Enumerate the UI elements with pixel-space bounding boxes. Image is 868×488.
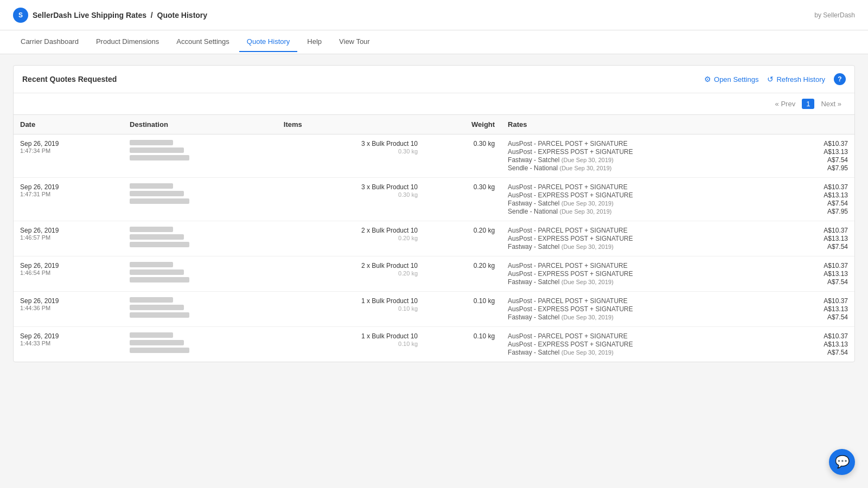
rate-name: AusPost - PARCEL POST + SIGNATURE (508, 297, 628, 305)
col-rates: Rates (501, 115, 854, 134)
rate-row: Fastway - Satchel (Due Sep 30, 2019)A$7.… (508, 200, 848, 207)
rate-price: A$7.54 (827, 243, 848, 251)
rate-name: AusPost - EXPRESS POST + SIGNATURE (508, 341, 633, 348)
rate-name: Fastway - Satchel (Due Sep 30, 2019) (508, 278, 614, 286)
rate-row: AusPost - PARCEL POST + SIGNATUREA$10.37 (508, 140, 848, 147)
rate-row: AusPost - PARCEL POST + SIGNATUREA$10.37 (508, 227, 848, 234)
next-button[interactable]: Next » (816, 98, 846, 110)
rate-price: A$7.54 (827, 313, 848, 321)
rate-name: AusPost - EXPRESS POST + SIGNATURE (508, 191, 633, 199)
prev-button[interactable]: « Prev (771, 98, 800, 110)
nav-item-help[interactable]: Help (299, 32, 329, 52)
rate-price: A$13.13 (824, 341, 848, 348)
rate-row: AusPost - EXPRESS POST + SIGNATUREA$13.1… (508, 235, 848, 242)
table-row: Sep 26, 20191:47:34 PM 3 x Bulk Product … (14, 134, 854, 178)
rate-price: A$13.13 (824, 148, 848, 156)
rate-price: A$7.95 (827, 164, 848, 172)
rate-name: Fastway - Satchel (Due Sep 30, 2019) (508, 313, 614, 321)
weight-cell: 0.20 kg (424, 221, 501, 256)
main-nav: Carrier Dashboard Product Dimensions Acc… (0, 30, 868, 54)
open-settings-button[interactable]: ⚙ Open Settings (704, 75, 758, 84)
date-cell: Sep 26, 20191:46:57 PM (14, 221, 123, 256)
date-cell: Sep 26, 20191:46:54 PM (14, 256, 123, 292)
rates-cell: AusPost - PARCEL POST + SIGNATUREA$10.37… (501, 327, 854, 362)
nav-item-account-settings[interactable]: Account Settings (169, 32, 237, 52)
rate-name: Fastway - Satchel (Due Sep 30, 2019) (508, 349, 614, 356)
rates-cell: AusPost - PARCEL POST + SIGNATUREA$10.37… (501, 292, 854, 327)
rates-cell: AusPost - PARCEL POST + SIGNATUREA$10.37… (501, 134, 854, 178)
rate-row: AusPost - EXPRESS POST + SIGNATUREA$13.1… (508, 305, 848, 313)
rate-row: Fastway - Satchel (Due Sep 30, 2019)A$7.… (508, 278, 848, 286)
date-cell: Sep 26, 20191:47:34 PM (14, 134, 123, 178)
rate-price: A$13.13 (824, 270, 848, 278)
rate-name: Fastway - Satchel (Due Sep 30, 2019) (508, 200, 614, 207)
card-header: Recent Quotes Requested ⚙ Open Settings … (14, 66, 854, 93)
quotes-table: Date Destination Items Weight Rates Sep … (14, 114, 854, 362)
weight-cell: 0.10 kg (424, 327, 501, 362)
rate-price: A$10.37 (824, 140, 848, 147)
page-1-button[interactable]: 1 (802, 99, 814, 109)
rate-name: AusPost - PARCEL POST + SIGNATURE (508, 183, 628, 191)
items-cell: 1 x Bulk Product 100.10 kg (277, 327, 424, 362)
refresh-history-button[interactable]: ↺ Refresh History (767, 75, 825, 84)
rate-row: Sendle - National (Due Sep 30, 2019)A$7.… (508, 208, 848, 215)
nav-item-carrier-dashboard[interactable]: Carrier Dashboard (13, 32, 86, 52)
col-destination: Destination (123, 115, 277, 134)
logo-icon: S (13, 8, 28, 23)
rate-row: AusPost - EXPRESS POST + SIGNATUREA$13.1… (508, 191, 848, 199)
destination-cell (123, 134, 277, 178)
logo-area: S SellerDash Live Shipping Rates / Quote… (13, 8, 207, 23)
main-content: Recent Quotes Requested ⚙ Open Settings … (0, 54, 868, 373)
table-row: Sep 26, 20191:44:33 PM 1 x Bulk Product … (14, 327, 854, 362)
rate-price: A$7.95 (827, 208, 848, 215)
header-by-label: by SellerDash (814, 11, 855, 19)
rate-name: AusPost - PARCEL POST + SIGNATURE (508, 227, 628, 234)
refresh-icon: ↺ (767, 75, 774, 84)
destination-cell (123, 178, 277, 221)
weight-cell: 0.20 kg (424, 256, 501, 292)
rate-name: Sendle - National (Due Sep 30, 2019) (508, 164, 611, 172)
gear-icon: ⚙ (704, 75, 711, 84)
rate-name: AusPost - PARCEL POST + SIGNATURE (508, 140, 628, 147)
rate-price: A$7.54 (827, 200, 848, 207)
rate-price: A$10.37 (824, 332, 848, 340)
rate-price: A$10.37 (824, 262, 848, 269)
rates-cell: AusPost - PARCEL POST + SIGNATUREA$10.37… (501, 256, 854, 292)
pagination-area: « Prev 1 Next » (14, 93, 854, 114)
rate-price: A$13.13 (824, 191, 848, 199)
table-row: Sep 26, 20191:44:36 PM 1 x Bulk Product … (14, 292, 854, 327)
rate-name: Sendle - National (Due Sep 30, 2019) (508, 208, 611, 215)
card-title: Recent Quotes Requested (22, 75, 117, 84)
rate-name: Fastway - Satchel (Due Sep 30, 2019) (508, 156, 614, 164)
table-row: Sep 26, 20191:47:31 PM 3 x Bulk Product … (14, 178, 854, 221)
nav-item-quote-history[interactable]: Quote History (239, 32, 297, 52)
quotes-card: Recent Quotes Requested ⚙ Open Settings … (13, 65, 855, 362)
rate-name: AusPost - EXPRESS POST + SIGNATURE (508, 148, 633, 156)
items-cell: 2 x Bulk Product 100.20 kg (277, 221, 424, 256)
rate-price: A$7.54 (827, 156, 848, 164)
date-cell: Sep 26, 20191:44:36 PM (14, 292, 123, 327)
rate-row: Fastway - Satchel (Due Sep 30, 2019)A$7.… (508, 313, 848, 321)
nav-item-product-dimensions[interactable]: Product Dimensions (88, 32, 167, 52)
rate-name: AusPost - PARCEL POST + SIGNATURE (508, 332, 628, 340)
weight-cell: 0.30 kg (424, 134, 501, 178)
destination-cell (123, 256, 277, 292)
weight-cell: 0.30 kg (424, 178, 501, 221)
app-title: SellerDash Live Shipping Rates / Quote H… (33, 11, 207, 20)
rate-price: A$7.54 (827, 349, 848, 356)
rate-price: A$13.13 (824, 305, 848, 313)
rate-row: Fastway - Satchel (Due Sep 30, 2019)A$7.… (508, 243, 848, 251)
rate-row: Fastway - Satchel (Due Sep 30, 2019)A$7.… (508, 349, 848, 356)
date-cell: Sep 26, 20191:47:31 PM (14, 178, 123, 221)
rate-price: A$7.54 (827, 278, 848, 286)
rates-cell: AusPost - PARCEL POST + SIGNATUREA$10.37… (501, 221, 854, 256)
help-button[interactable]: ? (834, 73, 846, 85)
card-actions: ⚙ Open Settings ↺ Refresh History ? (704, 73, 846, 85)
rate-row: AusPost - PARCEL POST + SIGNATUREA$10.37 (508, 332, 848, 340)
nav-item-view-tour[interactable]: View Tour (331, 32, 378, 52)
weight-cell: 0.10 kg (424, 292, 501, 327)
rate-price: A$10.37 (824, 227, 848, 234)
rate-row: Fastway - Satchel (Due Sep 30, 2019)A$7.… (508, 156, 848, 164)
destination-cell (123, 292, 277, 327)
rate-name: AusPost - EXPRESS POST + SIGNATURE (508, 235, 633, 242)
